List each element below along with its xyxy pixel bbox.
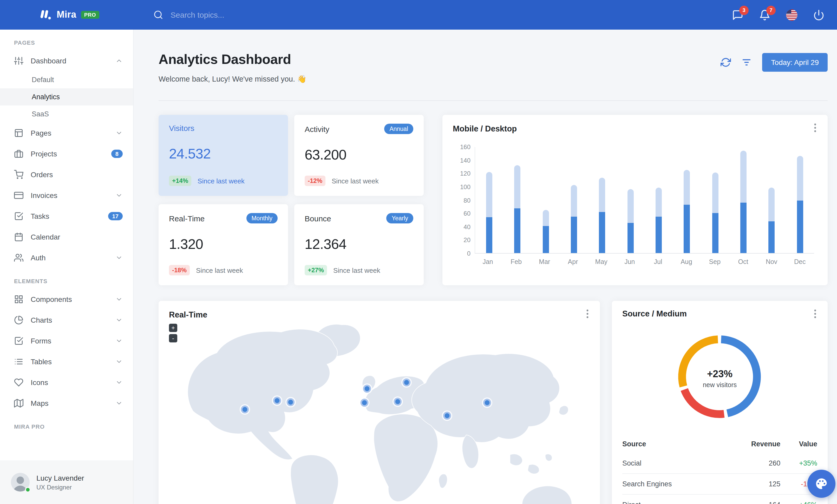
x-tick-label: Oct xyxy=(729,258,757,265)
stacked-bar xyxy=(684,147,690,253)
cell-revenue: 125 xyxy=(722,473,781,494)
bar-segment-mobile xyxy=(797,201,803,253)
sidebar-item-tasks[interactable]: Tasks17 xyxy=(0,206,133,226)
sidebar-item-pages[interactable]: Pages xyxy=(0,123,133,144)
map-marker[interactable] xyxy=(240,404,250,415)
sidebar-item-forms[interactable]: Forms xyxy=(0,331,133,351)
credit-card-icon xyxy=(14,191,23,200)
map-marker[interactable] xyxy=(362,384,372,394)
y-tick-label: 0 xyxy=(454,250,470,257)
donut-center-value: +23% xyxy=(707,368,732,379)
sidebar-item-components[interactable]: Components xyxy=(0,289,133,310)
sidebar-badge: 17 xyxy=(108,212,123,220)
mira-logo-icon xyxy=(38,8,52,22)
sidebar-item-invoices[interactable]: Invoices xyxy=(0,185,133,206)
stat-period-badge[interactable]: Yearly xyxy=(387,213,413,223)
sidebar-item-label: Tasks xyxy=(31,212,101,220)
chevron-down-icon xyxy=(115,358,123,365)
stat-title: Visitors xyxy=(169,124,194,132)
language-flag-button[interactable] xyxy=(786,9,798,20)
bar-segment-mobile xyxy=(769,221,775,253)
sidebar-subitem-saas[interactable]: SaaS xyxy=(0,106,133,123)
bar-jun xyxy=(616,147,645,253)
stat-period-badge[interactable]: Annual xyxy=(384,124,413,134)
sidebar-item-label: Orders xyxy=(31,170,123,179)
cell-value: +46% xyxy=(780,494,817,504)
sidebar-item-projects[interactable]: Projects8 xyxy=(0,144,133,164)
table-row-social: Social260+35% xyxy=(622,453,817,473)
bar-segment-mobile xyxy=(740,202,747,253)
stat-card-bounce: BounceYearly12.364+27%Since last week xyxy=(294,204,424,285)
stacked-bar xyxy=(486,147,492,253)
sidebar-item-tables[interactable]: Tables xyxy=(0,351,133,372)
map-marker[interactable] xyxy=(285,397,296,407)
brand[interactable]: Mira PRO xyxy=(0,8,133,22)
sidebar-item-label: Pages xyxy=(31,129,108,137)
map-marker[interactable] xyxy=(401,377,412,388)
sidebar-item-charts[interactable]: Charts xyxy=(0,310,133,331)
chevron-down-icon xyxy=(115,316,123,324)
donut-center-label: new visitors xyxy=(703,381,737,388)
map-icon xyxy=(14,398,23,408)
source-table-col-source: Source xyxy=(622,436,722,453)
stat-delta: -12% xyxy=(305,175,325,186)
map-marker[interactable] xyxy=(359,397,370,408)
date-button[interactable]: Today: April 29 xyxy=(762,53,827,72)
y-tick-label: 160 xyxy=(454,144,470,151)
map-marker[interactable] xyxy=(482,397,492,408)
sidebar-user[interactable]: Lucy Lavender UX Designer xyxy=(0,460,133,504)
realtime-map-card: Real-Time xyxy=(159,301,600,504)
map-zoom-out-button[interactable]: - xyxy=(169,334,177,342)
stat-period-badge[interactable]: Monthly xyxy=(246,213,278,223)
map-zoom-in-button[interactable]: + xyxy=(169,324,177,332)
notifications-button[interactable]: 7 xyxy=(759,9,770,20)
sidebar-item-label: Icons xyxy=(31,378,108,387)
sidebar-item-calendar[interactable]: Calendar xyxy=(0,226,133,247)
cell-source: Direct xyxy=(622,494,722,504)
map-marker[interactable] xyxy=(392,396,403,407)
layout-icon xyxy=(14,128,23,138)
users-icon xyxy=(14,253,23,262)
stat-title: Real-Time xyxy=(169,214,204,223)
table-row-direct: Direct164+46% xyxy=(622,494,817,504)
bar-dec xyxy=(786,147,814,253)
chevron-down-icon xyxy=(115,129,123,137)
sidebar-item-label: Calendar xyxy=(31,233,123,241)
logout-button[interactable] xyxy=(813,9,824,20)
user-name: Lucy Lavender xyxy=(36,473,84,482)
bar-sep xyxy=(701,147,729,253)
refresh-icon[interactable] xyxy=(720,57,731,68)
sidebar-item-auth[interactable]: Auth xyxy=(0,247,133,268)
stat-card-activity: ActivityAnnual63.200-12%Since last week xyxy=(294,115,424,196)
y-tick-label: 100 xyxy=(454,183,470,191)
bar-jan xyxy=(475,147,503,253)
sidebar-item-maps[interactable]: Maps xyxy=(0,393,133,414)
sidebar-item-orders[interactable]: Orders xyxy=(0,164,133,185)
sidebar-subitem-default[interactable]: Default xyxy=(0,71,133,88)
more-vertical-icon[interactable] xyxy=(811,123,819,132)
search-icon xyxy=(153,10,163,20)
more-vertical-icon[interactable] xyxy=(811,309,819,318)
y-tick-label: 140 xyxy=(454,157,470,164)
stat-value: 24.532 xyxy=(169,146,278,162)
sidebar-item-dashboard[interactable]: Dashboard xyxy=(0,50,133,71)
y-tick-label: 80 xyxy=(454,197,470,204)
messages-button[interactable]: 3 xyxy=(732,9,744,20)
x-tick-label: Dec xyxy=(786,258,814,265)
sidebar-subitem-analytics[interactable]: Analytics xyxy=(0,88,133,106)
stacked-bar xyxy=(571,147,577,253)
search-input[interactable] xyxy=(171,11,326,19)
stat-card-visitors: Visitors24.532+14%Since last week xyxy=(159,115,288,196)
theme-settings-fab[interactable] xyxy=(807,470,835,498)
sidebar-item-icons[interactable]: Icons xyxy=(0,372,133,393)
bar-jul xyxy=(645,147,673,253)
sidebar-badge: 8 xyxy=(111,150,123,158)
donut-chart: +23% new visitors xyxy=(622,322,817,435)
check-square-icon xyxy=(14,211,23,221)
filter-icon[interactable] xyxy=(741,57,752,68)
sidebar-item-label: Forms xyxy=(31,337,108,345)
stacked-bar xyxy=(656,147,662,253)
map-marker[interactable] xyxy=(442,410,452,421)
map-marker[interactable] xyxy=(272,395,282,406)
y-tick-label: 20 xyxy=(454,237,470,244)
